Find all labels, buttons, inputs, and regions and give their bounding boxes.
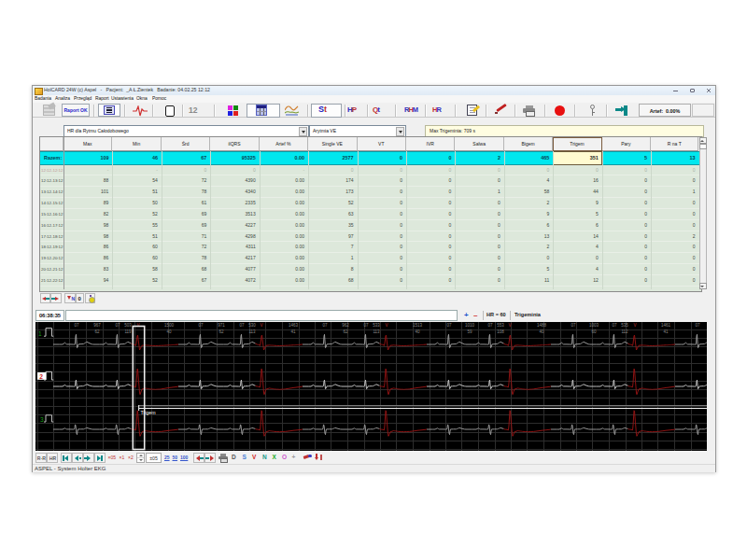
- svg-text:108: 108: [497, 329, 504, 334]
- svg-text:07: 07: [322, 323, 328, 328]
- svg-text:1513: 1513: [413, 323, 423, 328]
- svg-text:503: 503: [124, 323, 132, 328]
- svg-text:59: 59: [467, 329, 472, 334]
- svg-text:1461: 1461: [661, 323, 671, 328]
- svg-text:Trigem: Trigem: [141, 410, 156, 415]
- svg-text:967: 967: [93, 323, 101, 328]
- svg-text:119: 119: [124, 329, 132, 334]
- svg-text:40: 40: [415, 329, 420, 334]
- svg-text:V: V: [385, 323, 388, 328]
- svg-text:07: 07: [446, 323, 452, 328]
- svg-text:62: 62: [343, 329, 348, 334]
- svg-text:1010: 1010: [465, 323, 475, 328]
- svg-text:41: 41: [663, 329, 669, 334]
- svg-text:40: 40: [539, 329, 544, 334]
- svg-text:07: 07: [612, 323, 617, 328]
- svg-text:112: 112: [621, 329, 628, 334]
- svg-text:553: 553: [497, 323, 504, 328]
- svg-text:62: 62: [218, 329, 224, 334]
- svg-text:530: 530: [248, 323, 256, 328]
- svg-text:V: V: [508, 323, 511, 328]
- svg-text:41: 41: [290, 329, 296, 334]
- svg-text:535: 535: [621, 323, 628, 328]
- svg-text:2: 2: [39, 373, 43, 380]
- svg-text:1: 1: [38, 330, 42, 337]
- svg-text:113: 113: [248, 329, 256, 334]
- svg-text:113: 113: [373, 329, 380, 334]
- svg-text:962: 962: [342, 323, 349, 328]
- svg-text:1488: 1488: [537, 323, 547, 328]
- svg-text:971: 971: [218, 323, 225, 328]
- svg-text:07: 07: [115, 323, 120, 328]
- svg-text:3: 3: [40, 416, 44, 423]
- svg-text:07: 07: [487, 323, 493, 328]
- svg-text:1500: 1500: [164, 323, 175, 328]
- svg-text:07: 07: [571, 323, 576, 328]
- svg-text:07: 07: [695, 323, 700, 328]
- svg-text:1463: 1463: [289, 323, 299, 328]
- svg-text:07: 07: [363, 323, 369, 328]
- svg-text:533: 533: [373, 323, 380, 328]
- svg-text:V: V: [633, 323, 636, 328]
- svg-text:07: 07: [74, 323, 79, 328]
- svg-text:07: 07: [239, 323, 245, 328]
- svg-text:60: 60: [591, 329, 597, 334]
- svg-text:62: 62: [94, 329, 100, 334]
- svg-text:40: 40: [166, 329, 172, 334]
- svg-text:1003: 1003: [589, 323, 599, 328]
- svg-text:07: 07: [198, 323, 204, 328]
- svg-text:V: V: [260, 323, 262, 328]
